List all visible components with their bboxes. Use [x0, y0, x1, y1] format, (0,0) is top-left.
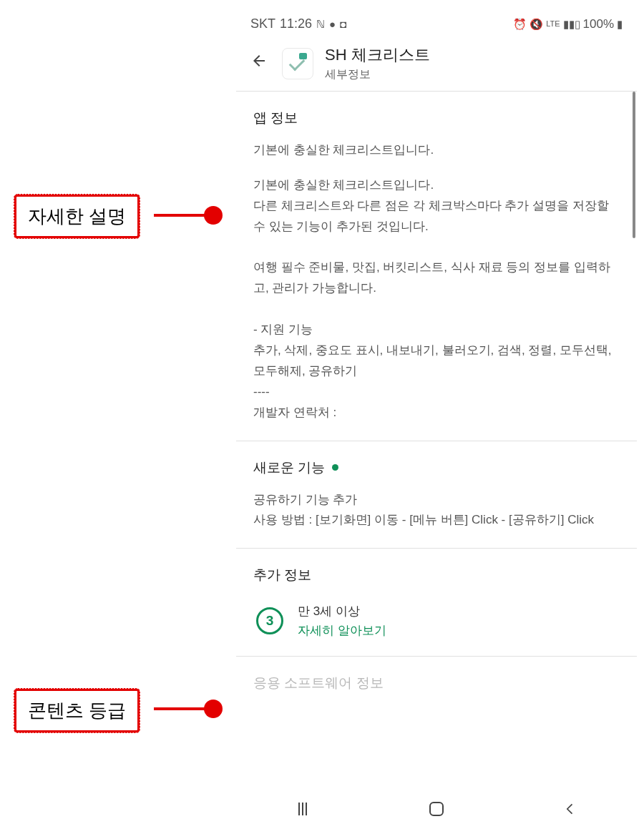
- additional-info-section: 추가 정보 3 만 3세 이상 자세히 알아보기: [236, 549, 637, 657]
- back-button[interactable]: [248, 49, 270, 77]
- annotation-rating-box: 콘텐츠 등급: [14, 689, 140, 732]
- annotation-description-dot: [204, 206, 223, 225]
- back-nav-button[interactable]: [552, 802, 588, 816]
- home-icon: [429, 802, 444, 816]
- app-icon: [282, 48, 313, 79]
- scrollbar-thumb[interactable]: [633, 92, 635, 238]
- alarm-icon: ⏰: [513, 18, 527, 31]
- app-info-title: 앱 정보: [253, 109, 620, 127]
- annotation-rating-dot: [204, 700, 223, 718]
- back-arrow-icon: [250, 52, 268, 69]
- rating-text-group: 만 3세 이상 자세히 알아보기: [298, 603, 386, 639]
- content-rating-row[interactable]: 3 만 3세 이상 자세히 알아보기: [253, 597, 620, 639]
- app-subtitle: 세부정보: [325, 67, 430, 82]
- back-nav-icon: [563, 802, 577, 816]
- carrier-label: SKT: [250, 16, 275, 31]
- whats-new-section: 새로운 기능 공유하기 기능 추가 사용 방법 : [보기화면] 이동 - [메…: [236, 441, 637, 549]
- phone-screen: SKT 11:26 ℕ ● ◘ ⏰ 🔇 LTE ▮▮▯ 100% ▮ SH 체크…: [236, 11, 637, 826]
- annotation-rating-label: 콘텐츠 등급: [28, 700, 126, 721]
- additional-info-title: 추가 정보: [253, 566, 620, 584]
- app-info-summary: 기본에 충실한 체크리스트입니다.: [253, 140, 620, 161]
- notification-dot-icon: ●: [329, 18, 336, 30]
- status-bar: SKT 11:26 ℕ ● ◘ ⏰ 🔇 LTE ▮▮▯ 100% ▮: [236, 11, 637, 37]
- home-button[interactable]: [419, 802, 454, 816]
- whats-new-title: 새로운 기능: [253, 458, 620, 477]
- network-type-label: LTE: [546, 20, 560, 28]
- new-indicator-dot-icon: [332, 464, 338, 471]
- app-header: SH 체크리스트 세부정보: [236, 37, 637, 92]
- time-label: 11:26: [280, 16, 312, 31]
- rating-number: 3: [266, 613, 274, 629]
- app-title: SH 체크리스트: [325, 44, 430, 66]
- system-nav-bar: [236, 792, 637, 826]
- battery-icon: ▮: [617, 18, 623, 31]
- app-title-group: SH 체크리스트 세부정보: [325, 44, 430, 82]
- status-right: ⏰ 🔇 LTE ▮▮▯ 100% ▮: [513, 17, 623, 31]
- mute-icon: 🔇: [530, 18, 543, 31]
- battery-percent-label: 100%: [583, 17, 614, 31]
- learn-more-link[interactable]: 자세히 알아보기: [298, 622, 386, 639]
- next-section-hint: 응용 소프트웨어 정보: [236, 657, 637, 710]
- annotation-description-label: 자세한 설명: [28, 205, 126, 227]
- status-left: SKT 11:26 ℕ ● ◘: [250, 16, 346, 31]
- rating-label: 만 3세 이상: [298, 603, 386, 619]
- nfc-icon: ℕ: [316, 18, 325, 31]
- app-info-body: 기본에 충실한 체크리스트입니다. 다른 체크리스트와 다른 점은 각 체크박스…: [253, 175, 620, 423]
- recents-button[interactable]: [285, 803, 321, 815]
- app-notification-icon: ◘: [340, 18, 346, 30]
- app-info-section: 앱 정보 기본에 충실한 체크리스트입니다. 기본에 충실한 체크리스트입니다.…: [236, 92, 637, 441]
- content-scroll-area[interactable]: 앱 정보 기본에 충실한 체크리스트입니다. 기본에 충실한 체크리스트입니다.…: [236, 92, 637, 821]
- whats-new-title-text: 새로운 기능: [253, 458, 325, 477]
- rating-badge-icon: 3: [256, 607, 283, 634]
- signal-icon: ▮▮▯: [563, 18, 580, 31]
- whats-new-body: 공유하기 기능 추가 사용 방법 : [보기화면] 이동 - [메뉴 버튼] C…: [253, 490, 620, 531]
- annotation-description-box: 자세한 설명: [14, 195, 140, 238]
- recents-icon: [298, 803, 307, 815]
- badge-icon: [299, 53, 307, 59]
